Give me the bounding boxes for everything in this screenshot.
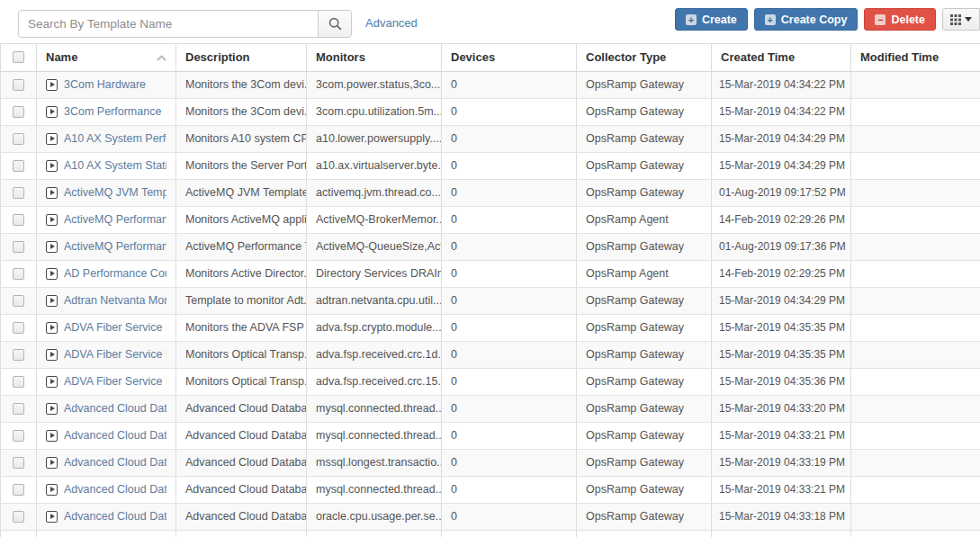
description-cell: Monitors A10 system CP... bbox=[176, 125, 307, 152]
template-name-cell: Advanced Cloud Data... bbox=[37, 476, 176, 503]
modified-time-cell bbox=[851, 449, 980, 476]
collector-type-cell: OpsRamp Gateway bbox=[577, 98, 712, 125]
expand-row-icon[interactable] bbox=[46, 160, 58, 172]
row-checkbox[interactable] bbox=[13, 106, 24, 118]
row-checkbox[interactable] bbox=[13, 322, 24, 334]
created-time-cell: 14-Feb-2019 02:29:26 PM bbox=[712, 206, 851, 233]
expand-row-icon[interactable] bbox=[46, 457, 58, 469]
column-header-description[interactable]: Description bbox=[176, 44, 307, 71]
row-checkbox[interactable] bbox=[13, 160, 24, 172]
expand-row-icon[interactable] bbox=[46, 268, 58, 280]
expand-row-icon[interactable] bbox=[46, 214, 58, 226]
expand-row-icon[interactable] bbox=[46, 349, 58, 361]
collector-type-cell: OpsRamp Gateway bbox=[577, 125, 712, 152]
row-checkbox[interactable] bbox=[13, 484, 24, 496]
search-button[interactable] bbox=[318, 10, 352, 38]
row-select-cell bbox=[1, 422, 37, 449]
expand-row-icon[interactable] bbox=[46, 106, 58, 118]
expand-row-icon[interactable] bbox=[46, 484, 58, 496]
column-header-name[interactable]: Name bbox=[37, 44, 176, 71]
devices-cell: 0 bbox=[442, 341, 577, 368]
template-name-cell: Advanced Cloud Data... bbox=[37, 395, 176, 422]
expand-row-icon[interactable] bbox=[46, 376, 58, 388]
row-select-cell bbox=[1, 152, 37, 179]
template-name-link[interactable]: Adtran Netvanta Moni... bbox=[64, 294, 166, 307]
monitors-cell: 3com.power.status,3co... bbox=[307, 71, 442, 98]
description-cell: Advanced Cloud Databa... bbox=[176, 476, 307, 503]
create-copy-button-label: Create Copy bbox=[781, 13, 848, 26]
template-name-cell: ADVA Fiber Service Pl... bbox=[37, 368, 176, 395]
row-checkbox[interactable] bbox=[13, 403, 24, 415]
template-name-link[interactable]: ADVA Fiber Service Pl... bbox=[64, 348, 166, 361]
advanced-link[interactable]: Advanced bbox=[365, 16, 418, 30]
row-checkbox[interactable] bbox=[13, 133, 24, 145]
template-name-link[interactable]: Advanced Cloud Data... bbox=[64, 429, 166, 442]
template-name-link[interactable]: ADVA Fiber Service Pl... bbox=[64, 321, 166, 334]
table-row: Advanced Cloud Data...Advanced Cloud Dat… bbox=[1, 476, 980, 503]
search-icon bbox=[328, 17, 342, 31]
select-all-checkbox[interactable] bbox=[13, 51, 24, 63]
row-checkbox[interactable] bbox=[13, 457, 24, 469]
expand-row-icon[interactable] bbox=[46, 295, 58, 307]
template-name-cell: A10 AX System Perfor... bbox=[37, 125, 176, 152]
row-checkbox[interactable] bbox=[13, 349, 24, 361]
expand-row-icon[interactable] bbox=[46, 403, 58, 415]
template-name-link[interactable]: AD Performance Cou... bbox=[64, 267, 166, 280]
description-cell bbox=[176, 530, 307, 537]
template-name-link[interactable]: ActiveMQ JVM Templ... bbox=[64, 186, 166, 199]
row-checkbox[interactable] bbox=[13, 295, 24, 307]
monitors-cell: Directory Services DRAIn... bbox=[307, 260, 442, 287]
column-header-created-time[interactable]: Created Time bbox=[712, 44, 851, 71]
minus-square-icon: − bbox=[875, 14, 886, 25]
template-name-link[interactable]: Advanced Cloud Data... bbox=[64, 483, 166, 496]
devices-cell: 0 bbox=[442, 260, 577, 287]
row-checkbox[interactable] bbox=[13, 376, 24, 388]
template-name-link[interactable]: Advanced Cloud Data... bbox=[64, 510, 166, 523]
column-header-modified-time[interactable]: Modified Time bbox=[851, 44, 980, 71]
expand-row-icon[interactable] bbox=[46, 511, 58, 523]
table-row: A10 AX System Perfor...Monitors A10 syst… bbox=[1, 125, 980, 152]
row-checkbox[interactable] bbox=[13, 241, 24, 253]
row-checkbox[interactable] bbox=[13, 268, 24, 280]
row-select-cell bbox=[1, 206, 37, 233]
delete-button[interactable]: − Delete bbox=[864, 8, 936, 31]
create-copy-button[interactable]: + Create Copy bbox=[754, 8, 859, 31]
template-name-link[interactable]: A10 AX System Perfor... bbox=[64, 132, 166, 145]
caret-down-icon bbox=[965, 17, 972, 22]
created-time-cell: 15-Mar-2019 04:33:18 PM bbox=[712, 503, 851, 530]
modified-time-cell bbox=[851, 368, 980, 395]
create-button[interactable]: + Create bbox=[675, 8, 748, 31]
columns-menu-button[interactable] bbox=[942, 8, 980, 31]
collector-type-cell: OpsRamp Gateway bbox=[577, 179, 712, 206]
row-checkbox[interactable] bbox=[13, 430, 24, 442]
column-header-monitors[interactable]: Monitors bbox=[307, 44, 442, 71]
toolbar: Advanced + Create + Create Copy − Delete bbox=[0, 0, 980, 43]
template-name-link[interactable]: ActiveMQ Performanc... bbox=[64, 240, 166, 253]
devices-cell: 0 bbox=[442, 395, 577, 422]
template-name-link[interactable]: ActiveMQ Performanc... bbox=[64, 213, 166, 226]
search-input[interactable] bbox=[18, 10, 319, 38]
template-name-link[interactable]: Advanced Cloud Data... bbox=[64, 402, 166, 415]
row-checkbox[interactable] bbox=[13, 79, 24, 91]
row-checkbox[interactable] bbox=[13, 214, 24, 226]
modified-time-cell bbox=[851, 71, 980, 98]
expand-row-icon[interactable] bbox=[46, 322, 58, 334]
expand-row-icon[interactable] bbox=[46, 241, 58, 253]
row-checkbox[interactable] bbox=[13, 511, 24, 523]
template-name-link[interactable]: Advanced Cloud Data... bbox=[64, 456, 166, 469]
column-header-collector-type[interactable]: Collector Type bbox=[577, 44, 712, 71]
expand-row-icon[interactable] bbox=[46, 133, 58, 145]
column-header-devices[interactable]: Devices bbox=[442, 44, 577, 71]
template-name-link[interactable]: 3Com Hardware bbox=[64, 78, 146, 91]
template-name-link[interactable]: A10 AX System Statist... bbox=[64, 159, 166, 172]
expand-row-icon[interactable] bbox=[46, 187, 58, 199]
expand-row-icon[interactable] bbox=[46, 79, 58, 91]
expand-row-icon[interactable] bbox=[46, 430, 58, 442]
devices-cell: 0 bbox=[442, 368, 577, 395]
created-time-cell: 15-Mar-2019 04:33:21 PM bbox=[712, 422, 851, 449]
row-checkbox[interactable] bbox=[13, 187, 24, 199]
template-name-link[interactable]: ADVA Fiber Service Pl... bbox=[64, 375, 166, 388]
template-name-link[interactable]: 3Com Performance bbox=[64, 105, 161, 118]
row-select-cell bbox=[1, 287, 37, 314]
row-select-cell bbox=[1, 71, 37, 98]
